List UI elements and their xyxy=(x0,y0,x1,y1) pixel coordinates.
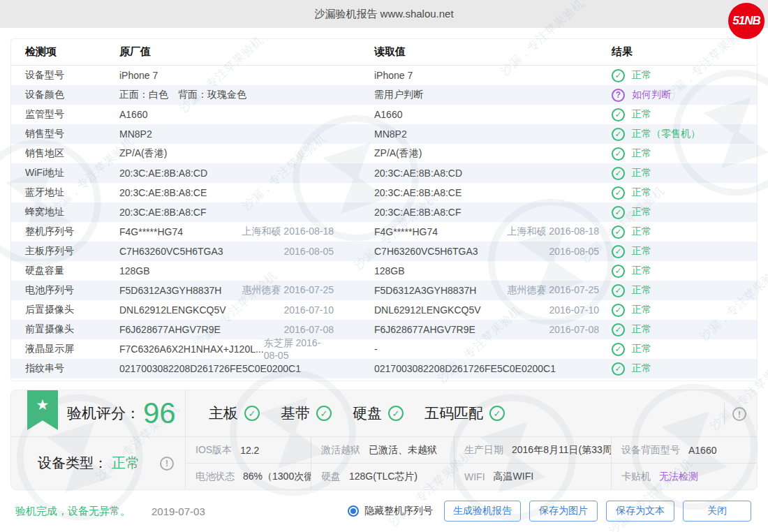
row-read-value: 0217003082208D261726FE5C0E0200C1 xyxy=(374,363,556,374)
row-result-cell: ✓正常 xyxy=(612,186,757,200)
row-read-value: 20:3C:AE:8B:A8:CF xyxy=(374,207,461,218)
check-label: 硬盘 xyxy=(353,404,382,423)
row-read-cell: ZP/A(香港) xyxy=(360,147,612,160)
summary-check-item: 五码匹配✓ xyxy=(424,404,505,423)
score-label: 验机评分： xyxy=(67,404,140,423)
result-text: 正常 xyxy=(632,69,651,82)
details-cell: 卡贴机无法检测 xyxy=(612,464,757,489)
row-read-note: 上海和硕 2016-08-18 xyxy=(507,226,599,238)
row-orig-value: 20:3C:AE:8B:A8:CE xyxy=(119,187,207,198)
info-icon[interactable]: ! xyxy=(160,457,174,471)
action-buttons: 生成验机报告保存为图片保存为文本关闭 xyxy=(444,501,751,522)
summary-checks: 主板✓基带✓硬盘✓五码匹配✓ xyxy=(186,404,757,423)
details-label: 硬盘 xyxy=(321,471,341,483)
detail-row: 设备类型： 正常 ! IOS版本12.2激活越狱已激活、未越狱生产日期2016年… xyxy=(11,437,757,489)
result-text: 正常 xyxy=(632,206,651,219)
row-result-cell: ✓正常 xyxy=(612,69,757,82)
row-read-cell: A1660 xyxy=(360,109,612,120)
page-title: 沙漏验机报告 www.shalou.net xyxy=(314,8,453,21)
check-circle-icon: ✓ xyxy=(388,406,404,421)
row-orig-note: 惠州德赛 2016-07-25 xyxy=(242,284,334,297)
result-text: 正常 xyxy=(632,226,651,238)
result-text: 正常 xyxy=(632,362,651,375)
check-circle-icon: ✓ xyxy=(612,206,625,219)
row-item-label: 前置摄像头 xyxy=(11,323,119,336)
row-result-cell: ✓正常 xyxy=(612,226,757,239)
row-result-cell: ✓正常 xyxy=(612,245,757,258)
summary-check-item: 主板✓ xyxy=(209,404,260,423)
check-circle-icon: ✓ xyxy=(612,108,625,121)
row-read-cell: iPhone 7 xyxy=(360,70,612,81)
row-orig-cell: 正面：白色 背面：玫瑰金色 xyxy=(119,89,360,101)
table-row: 液晶显示屏F7C6326A6X2H1NHAX+J120L...东芝屏 2016-… xyxy=(11,339,757,359)
save-as-text-button[interactable]: 保存为文本 xyxy=(606,501,674,522)
row-result-cell: ?如何判断 xyxy=(612,89,757,102)
row-result-cell: ✓正常 xyxy=(612,147,757,161)
row-item-label: 整机序列号 xyxy=(11,226,119,238)
details-label: WIFI xyxy=(464,471,485,482)
table-row: 硬盘容量128GB128GB✓正常 xyxy=(11,261,757,281)
header-read: 读取值 xyxy=(360,45,612,59)
row-read-cell: DNL62912LENGKCQ5V2016-07-10 xyxy=(360,304,612,316)
close-button[interactable]: 关闭 xyxy=(683,501,751,522)
row-result-cell: ✓正常 xyxy=(612,167,757,180)
row-orig-value: 20:3C:AE:8B:A8:CF xyxy=(119,207,207,218)
result-text: 正常 xyxy=(632,245,651,258)
header-result: 结果 xyxy=(612,45,757,59)
details-value[interactable]: 无法检测 xyxy=(659,471,698,483)
summary-check-item: 基带✓ xyxy=(281,404,332,423)
table-row: 蜂窝地址20:3C:AE:8B:A8:CF20:3C:AE:8B:A8:CF✓正… xyxy=(11,202,757,222)
result-text: 正常 xyxy=(632,108,651,121)
row-orig-cell: C7H63260VC5H6TGA32016-08-05 xyxy=(119,246,360,257)
row-orig-note: 东芝屏 2016-08-05 xyxy=(264,337,334,361)
check-label: 基带 xyxy=(281,404,310,423)
check-circle-icon: ✓ xyxy=(612,265,625,278)
table-row: 后置摄像头DNL62912LENGKCQ5V2016-07-10DNL62912… xyxy=(11,300,757,320)
device-type-label: 设备类型： xyxy=(38,454,108,473)
row-orig-value: A1660 xyxy=(119,109,147,120)
row-orig-value: 128GB xyxy=(119,265,150,276)
details-label: IOS版本 xyxy=(195,444,232,457)
generate-report-button[interactable]: 生成验机报告 xyxy=(444,501,521,522)
row-read-value: ZP/A(香港) xyxy=(374,147,422,160)
status-text: 验机完成，设备无异常。 xyxy=(15,505,131,518)
result-text[interactable]: 如何判断 xyxy=(632,89,671,101)
details-cell: 电池状态86%（1300次循环） xyxy=(186,464,311,489)
details-value: A1660 xyxy=(688,445,716,456)
save-as-image-button[interactable]: 保存为图片 xyxy=(529,501,598,522)
table-row: 指纹串号0217003082208D261726FE5C0E0200C10217… xyxy=(11,359,757,378)
row-item-label: 监管型号 xyxy=(11,108,119,121)
details-value: 12.2 xyxy=(240,445,259,456)
row-item-label: 销售型号 xyxy=(11,128,119,140)
report-table: 检测项 原厂值 读取值 结果 设备型号iPhone 7iPhone 7✓正常设备… xyxy=(10,38,758,381)
header-item: 检测项 xyxy=(11,45,119,59)
row-orig-cell: 0217003082208D261726FE5C0E0200C1 xyxy=(119,363,360,374)
details-value: 86%（1300次循环） xyxy=(243,471,311,483)
check-circle-icon: ✓ xyxy=(612,69,625,82)
row-result-cell: ✓正常 xyxy=(612,108,757,121)
row-read-cell: F6J628677AHGV7R9E2016-07-08 xyxy=(360,324,612,335)
details-value: 2016年8月11日(第33周) xyxy=(512,444,612,457)
row-read-value: A1660 xyxy=(374,109,402,120)
row-item-label: 蜂窝地址 xyxy=(11,206,119,219)
details-grid: IOS版本12.2激活越狱已激活、未越狱生产日期2016年8月11日(第33周)… xyxy=(186,437,757,489)
check-circle-icon: ✓ xyxy=(244,406,260,421)
row-result-cell: ✓正常（零售机） xyxy=(612,128,757,141)
hide-serial-radio[interactable]: 隐藏整机序列号 xyxy=(348,505,433,517)
row-result-cell: ✓正常 xyxy=(612,343,757,356)
row-read-cell: C7H63260VC5H6TGA32016-08-05 xyxy=(360,246,612,257)
result-text: 正常 xyxy=(632,323,651,336)
row-orig-value: 正面：白色 背面：玫瑰金色 xyxy=(119,89,246,101)
row-orig-cell: F4G*****HG74上海和硕 2016-08-18 xyxy=(119,226,360,238)
details-label: 激活越狱 xyxy=(321,444,360,457)
info-icon[interactable]: ! xyxy=(732,407,746,421)
row-orig-cell: 20:3C:AE:8B:A8:CF xyxy=(119,207,360,218)
row-read-value: 20:3C:AE:8B:A8:CD xyxy=(374,168,462,179)
check-label: 五码匹配 xyxy=(424,404,483,423)
row-orig-cell: 20:3C:AE:8B:A8:CE xyxy=(119,187,360,198)
result-text: 正常 xyxy=(632,304,651,316)
row-orig-value: F4G*****HG74 xyxy=(119,226,183,237)
radio-selected-icon[interactable] xyxy=(348,505,359,517)
row-item-label: 设备型号 xyxy=(11,69,119,82)
row-result-cell: ✓正常 xyxy=(612,323,757,337)
